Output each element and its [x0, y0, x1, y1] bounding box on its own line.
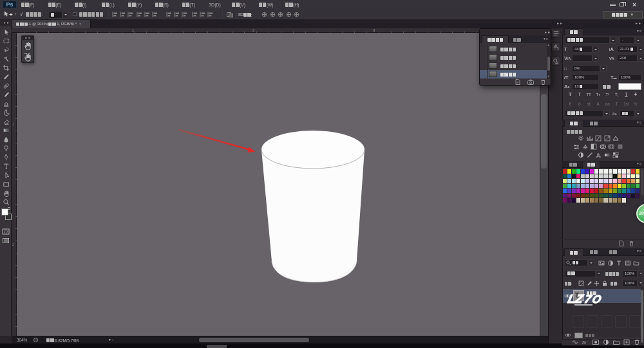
svg-text:LZ: LZ: [567, 292, 586, 306]
svg-text:O: O: [591, 293, 603, 306]
svg-text:fx: fx: [582, 340, 587, 345]
